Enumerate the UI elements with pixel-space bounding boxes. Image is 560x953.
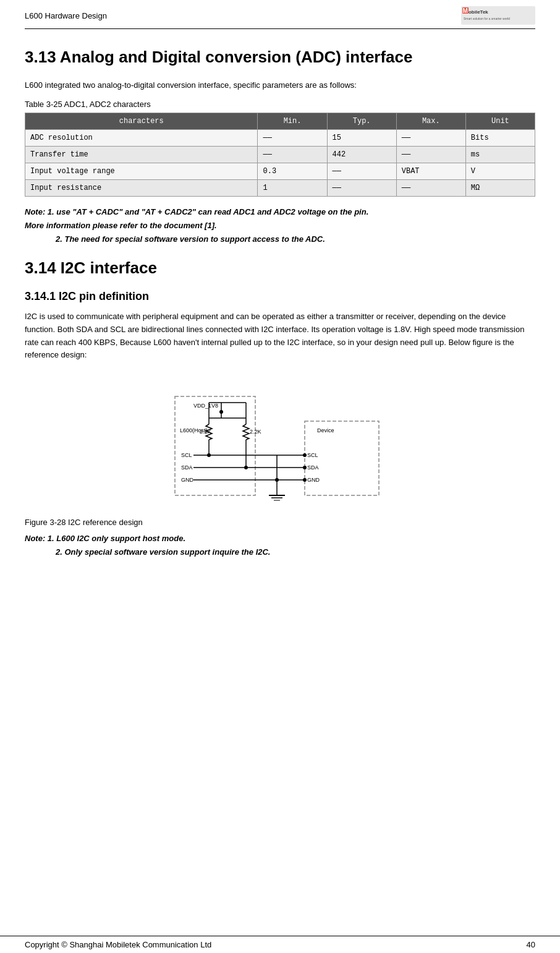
table-cell: ——	[396, 146, 465, 163]
section-313-intro: L600 integrated two analog-to-digital co…	[25, 79, 535, 92]
svg-text:SDA: SDA	[307, 464, 319, 471]
table-cell: ADC resolution	[25, 129, 258, 146]
footer-copyright: Copyright © Shanghai Mobiletek Communica…	[25, 940, 211, 949]
note-314-1: Note: 1. L600 I2C only support host mode…	[25, 534, 185, 543]
table-row: Input resistance1————MΩ	[25, 179, 535, 196]
table-row: Transfer time——442——ms	[25, 146, 535, 163]
figure-caption: Figure 3-28 I2C reference design	[25, 518, 535, 527]
adc-table: characters Min. Typ. Max. Unit ADC resol…	[25, 113, 535, 197]
footer-page-number: 40	[527, 940, 535, 949]
table-cell: V	[465, 163, 535, 179]
svg-text:Smart solution for a smarter w: Smart solution for a smarter world	[464, 17, 510, 20]
table-cell: MΩ	[465, 179, 535, 196]
page-header: L600 Hardware Design ▲obileTek Smart sol…	[25, 6, 535, 29]
svg-text:SCL: SCL	[181, 452, 192, 458]
svg-point-24	[303, 453, 307, 457]
svg-text:Device: Device	[317, 427, 334, 434]
note-314-2: 2. Only special software version support…	[56, 545, 535, 559]
section-314-notes: Note: 1. L600 I2C only support host mode…	[25, 532, 535, 559]
section-313-note: Note: 1. use "AT + CADC" and "AT + CADC2…	[25, 205, 535, 246]
svg-text:VDD_1V8: VDD_1V8	[193, 403, 218, 409]
table-cell: Transfer time	[25, 146, 258, 163]
table-cell: ——	[327, 179, 396, 196]
svg-point-31	[303, 466, 307, 469]
table-cell: 0.3	[258, 163, 327, 179]
note-1-text: Note: 1. use "AT + CADC" and "AT + CADC2…	[25, 207, 368, 230]
table-cell: VBAT	[396, 163, 465, 179]
table-cell: ms	[465, 146, 535, 163]
table-cell: 15	[327, 129, 396, 146]
table-row: Input voltage range0.3——VBATV	[25, 163, 535, 179]
table-caption: Table 3-25 ADC1, ADC2 characters	[25, 100, 535, 109]
svg-text:GND: GND	[181, 477, 194, 483]
table-cell: Input voltage range	[25, 163, 258, 179]
note-2-text: 2. The need for special software version…	[56, 233, 535, 246]
page-footer: Copyright © Shanghai Mobiletek Communica…	[0, 936, 560, 953]
col-typ: Typ.	[327, 113, 396, 129]
i2c-diagram: VDD_1V8 2.2K 2.2K SCL SCL	[169, 372, 391, 508]
table-cell: Input resistance	[25, 179, 258, 196]
table-cell: Bits	[465, 129, 535, 146]
table-row: ADC resolution——15——Bits	[25, 129, 535, 146]
svg-text:M: M	[463, 7, 468, 14]
i2c-diagram-container: VDD_1V8 2.2K 2.2K SCL SCL	[25, 372, 535, 508]
table-cell: ——	[396, 129, 465, 146]
table-cell: ——	[258, 146, 327, 163]
svg-text:L600(Host): L600(Host)	[180, 427, 208, 434]
col-min: Min.	[258, 113, 327, 129]
col-characters: characters	[25, 113, 258, 129]
section-3141-title: 3.14.1 I2C pin definition	[25, 290, 535, 303]
table-cell: ——	[396, 179, 465, 196]
logo-container: ▲obileTek Smart solution for a smarter w…	[461, 6, 535, 25]
svg-text:GND: GND	[307, 477, 320, 483]
table-header-row: characters Min. Typ. Max. Unit	[25, 113, 535, 129]
svg-text:2.2K: 2.2K	[250, 429, 261, 435]
col-unit: Unit	[465, 113, 535, 129]
svg-text:SCL: SCL	[307, 452, 318, 458]
section-313-title: 3.13 Analog and Digital conversion (ADC)…	[25, 48, 535, 67]
table-cell: ——	[258, 129, 327, 146]
table-cell: 442	[327, 146, 396, 163]
col-max: Max.	[396, 113, 465, 129]
svg-rect-6	[305, 421, 379, 495]
page-wrapper: L600 Hardware Design ▲obileTek Smart sol…	[0, 0, 560, 953]
section-3141-body: I2C is used to communicate with peripher…	[25, 310, 535, 362]
table-cell: 1	[258, 179, 327, 196]
company-logo: ▲obileTek Smart solution for a smarter w…	[461, 6, 535, 25]
header-title: L600 Hardware Design	[25, 11, 107, 20]
table-cell: ——	[327, 163, 396, 179]
svg-text:SDA: SDA	[181, 464, 193, 471]
section-314-title: 3.14 I2C interface	[25, 259, 535, 278]
